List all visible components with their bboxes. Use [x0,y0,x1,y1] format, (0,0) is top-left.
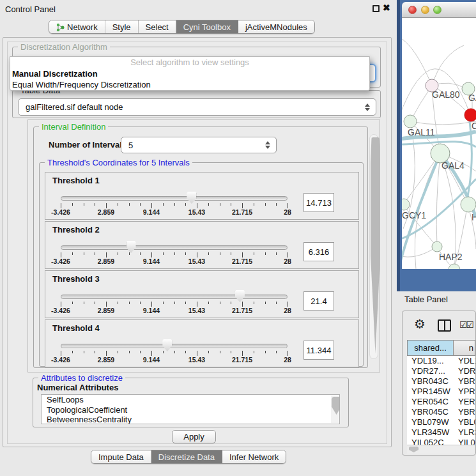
scrollbar-thumb[interactable] [371,137,380,353]
table-body: YDL19...YDL1YDR27...YDR2YBR043CYBR0YPR14… [407,356,475,448]
table-row[interactable]: YLR345WYLR3 [407,427,475,438]
cell-name[interactable]: YDR2 [454,366,475,376]
cell-name[interactable]: YBL0 [454,417,475,427]
table-header: shared... n [407,340,475,356]
cell-shared-name[interactable]: YDL19... [407,356,454,366]
algorithm-placeholder-option[interactable]: Select algorithm to view settings [10,57,369,68]
cell-shared-name[interactable]: YPR145W [407,387,454,397]
threshold-slider-track[interactable] [61,344,288,348]
cyni-toolbox-content: Discretization Algorithm Select algorith… [3,37,392,447]
numerical-attributes-list[interactable]: SelfLoopsTopologicalCoefficientBetweenne… [41,394,340,424]
tab-select[interactable]: Select [139,20,176,33]
attribute-list-item[interactable]: SelfLoops [42,395,339,405]
mac-zoom-button[interactable] [433,6,441,14]
discretize-data-pane: Discretization Algorithm Select algorith… [7,42,387,444]
threshold-panel-3: Threshold 3-3.4262.8599.14415.4321.71528… [45,270,359,318]
apply-button[interactable]: Apply [172,430,216,443]
scrollbar-thumb[interactable] [409,447,418,452]
close-panel-icon[interactable]: ✖ [383,3,390,13]
cell-shared-name[interactable]: YBR043C [407,376,454,387]
network-window-titlebar[interactable] [402,2,476,18]
cell-name[interactable]: YLR3 [454,427,475,438]
algorithm-option-equal-width[interactable]: Equal Width/Frequency Discretization [10,79,369,90]
table-row[interactable]: YBL079WYBL0 [407,417,475,427]
cell-name[interactable]: YER0 [454,397,475,407]
threshold-label: Threshold 4 [52,323,100,333]
tab-style[interactable]: Style [105,20,139,33]
threshold-slider-track[interactable] [61,196,288,201]
column-header-shared-name[interactable]: shared... [407,340,454,356]
network-node-gcy1[interactable] [402,199,410,210]
table-data-combobox[interactable]: galFiltered.sif default node [18,98,376,116]
split-columns-icon[interactable] [438,319,451,332]
scale-label: 9.144 [143,307,160,314]
scale-label: 28 [284,208,291,216]
network-node-label: GAL11 [408,127,435,137]
tab-label: Select [146,22,169,32]
table-row[interactable]: YER054CYER0 [407,397,475,407]
network-node-h[interactable] [461,197,476,212]
threshold-value-input[interactable]: 6.316 [303,242,334,261]
cell-name[interactable]: YDL1 [454,356,475,366]
cell-shared-name[interactable]: YLR345W [407,427,454,438]
cell-shared-name[interactable]: YER054C [407,397,454,407]
checkbox-checked-icon[interactable]: ☑☑ [459,319,473,330]
table-row[interactable]: YDL19...YDL1 [407,356,475,366]
cell-name[interactable]: YBR0 [454,407,475,417]
mac-minimize-button[interactable] [421,6,429,14]
float-panel-icon[interactable] [372,5,380,12]
threshold-slider-thumb[interactable] [235,290,245,302]
number-of-intervals-spinner[interactable]: 5 [121,137,277,153]
network-icon [56,23,65,31]
network-canvas[interactable]: GAL80GACGAL11GAL4GCY1HHAP2 [402,18,476,269]
attribute-list-item[interactable]: BetweennessCentrality [42,415,339,424]
threshold-slider-track[interactable] [61,245,288,250]
tab-jactivemnodules[interactable]: jActiveMNodules [238,20,314,33]
scale-label: 21.715 [232,307,252,314]
table-row[interactable]: YBR045CYBR0 [407,407,475,417]
table-row[interactable]: YBR043CYBR0 [407,376,475,387]
cell-shared-name[interactable]: YBR045C [407,407,454,417]
threshold-value-input[interactable]: 21.4 [303,291,334,311]
number-of-intervals-value: 5 [128,141,133,150]
network-node-hap2[interactable] [432,242,442,252]
threshold-panel-4: Threshold 4-3.4262.8599.14415.4321.71528… [45,319,359,367]
threshold-value-input[interactable]: 11.344 [303,341,334,360]
mac-close-button[interactable] [408,6,417,14]
table-horizontal-scrollbar[interactable] [407,445,475,454]
tab-infer-network[interactable]: Infer Network [222,450,286,463]
scale-label: 21.715 [232,356,252,364]
table-row[interactable]: YPR145WYPR1 [407,387,475,397]
scale-label: 2.859 [98,356,114,364]
attributes-group: Attributes to discretize Numerical Attri… [33,378,349,427]
tab-label: Network [67,22,98,32]
algorithm-option-manual[interactable]: Manual Discretization [10,68,369,79]
interval-vertical-scrollbar[interactable] [369,134,378,359]
cell-name[interactable]: YBR0 [454,376,475,387]
threshold-slider-thumb[interactable] [162,339,172,351]
tab-label: Cyni Toolbox [183,22,231,32]
network-node-c[interactable] [464,109,476,121]
cell-shared-name[interactable]: YDR27... [407,366,454,376]
network-node[interactable] [449,264,460,269]
cell-name[interactable]: YPR1 [454,387,475,397]
gear-icon[interactable]: ⚙ [414,316,426,332]
table-row[interactable]: YDR27...YDR2 [407,366,475,376]
scale-label: 2.859 [98,307,114,314]
network-node-gal11[interactable] [404,115,417,128]
table-data-group: Table Data galFiltered.sif default node [12,90,381,118]
attributes-vertical-scrollbar[interactable] [331,395,339,423]
threshold-value-input[interactable]: 14.713 [303,193,334,212]
threshold-slider-thumb[interactable] [127,241,136,253]
cell-shared-name[interactable]: YBL079W [407,417,454,427]
tab-network[interactable]: Network [49,20,105,33]
tab-label: Style [112,22,131,32]
attribute-list-item[interactable]: TopologicalCoefficient [42,405,339,415]
threshold-label: Threshold 2 [52,225,100,234]
tab-discretize-data[interactable]: Discretize Data [151,450,222,463]
tab-cyni-toolbox[interactable]: Cyni Toolbox [176,20,238,33]
column-header-name[interactable]: n [454,340,475,356]
tab-impute-data[interactable]: Impute Data [91,450,151,463]
threshold-slider-thumb[interactable] [187,192,196,204]
threshold-slider-track[interactable] [61,295,288,299]
